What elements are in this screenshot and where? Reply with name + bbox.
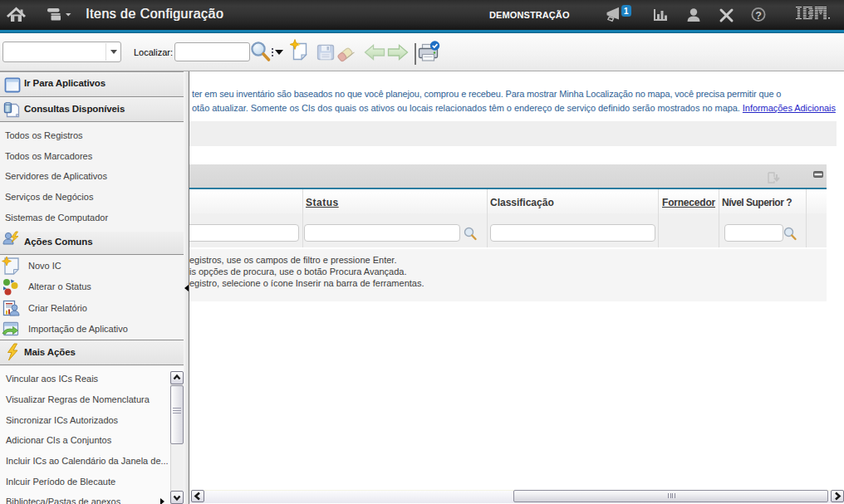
svg-text:?: ?: [755, 10, 762, 22]
